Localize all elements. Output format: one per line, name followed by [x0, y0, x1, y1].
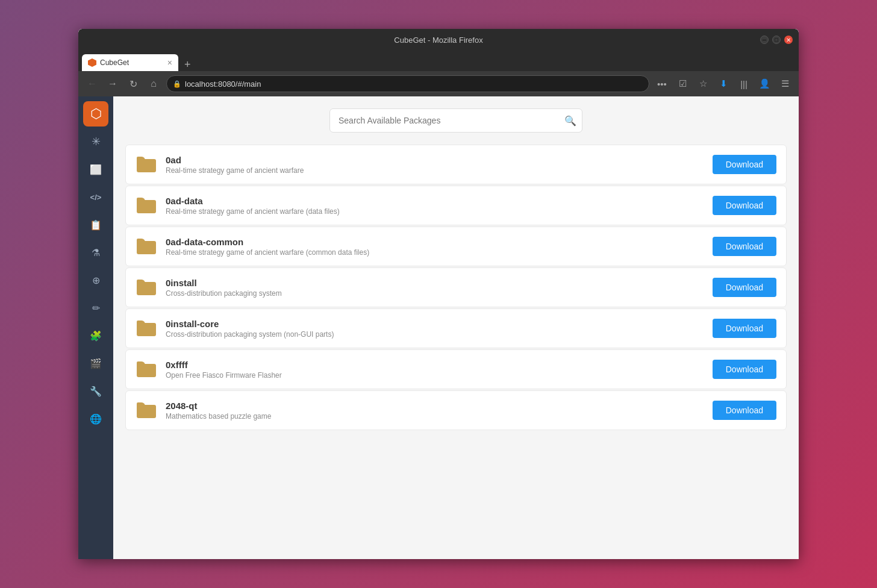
sidebar-item-home[interactable]: ⬡: [83, 101, 108, 127]
minimize-button[interactable]: ─: [760, 36, 769, 44]
download-button[interactable]: Download: [713, 237, 776, 256]
pocket-button[interactable]: ☑: [675, 76, 690, 92]
sidebar-item-media[interactable]: 🎬: [83, 351, 108, 376]
new-tab-button[interactable]: +: [181, 58, 195, 71]
download-button[interactable]: Download: [713, 401, 776, 420]
sidebar-item-computer[interactable]: ⬜: [83, 157, 108, 182]
maximize-button[interactable]: □: [772, 36, 781, 44]
tab-close-button[interactable]: ×: [167, 58, 172, 67]
list-item: 0ad-data-common Real-time strategy game …: [125, 227, 787, 266]
package-description: Real-time strategy game of ancient warfa…: [166, 166, 704, 175]
extensions-icon: 🧩: [90, 330, 102, 342]
list-item: 0install-core Cross-distribution packagi…: [125, 308, 787, 348]
sidebar-item-games[interactable]: ⊕: [83, 267, 108, 293]
package-name: 2048-qt: [166, 401, 704, 411]
package-icon: [136, 399, 157, 421]
package-name: 0install: [166, 278, 704, 288]
back-button[interactable]: ←: [84, 76, 100, 92]
home-hex-icon: ⬡: [90, 106, 102, 122]
package-name: 0ad: [166, 155, 704, 165]
package-info: 0ad-data-common Real-time strategy game …: [166, 237, 704, 257]
package-description: Cross-distribution packaging system (non…: [166, 330, 704, 339]
search-input[interactable]: [329, 108, 582, 133]
home-button[interactable]: ⌂: [146, 76, 161, 92]
list-item: 0install Cross-distribution packaging sy…: [125, 267, 787, 307]
sidebar-item-clipboard[interactable]: 📋: [83, 212, 108, 237]
app-container: ⬡ ✳ ⬜ </> 📋 ⚗ ⊕: [78, 96, 799, 559]
package-icon: [136, 154, 157, 175]
address-bar[interactable]: 🔒 localhost:8080/#/main: [166, 75, 649, 92]
toolbar-right: ••• ☑ ☆ ⬇ ||| 👤 ☰: [654, 76, 793, 92]
browser-tab[interactable]: CubeGet ×: [82, 54, 178, 71]
browser-toolbar: ← → ↻ ⌂ 🔒 localhost:8080/#/main ••• ☑ ☆ …: [78, 71, 799, 96]
package-info: 0xffff Open Free Fiasco Firmware Flasher: [166, 360, 704, 380]
download-button[interactable]: Download: [713, 319, 776, 338]
package-description: Real-time strategy game of ancient warfa…: [166, 207, 704, 216]
tab-label: CubeGet: [100, 58, 129, 67]
plugins-icon: ✳: [92, 135, 101, 148]
download-button[interactable]: Download: [713, 360, 776, 379]
search-bar-wrapper: 🔍: [125, 108, 787, 133]
internet-icon: 🌐: [90, 413, 102, 425]
search-wrapper: 🔍: [329, 108, 582, 133]
forward-button[interactable]: →: [105, 76, 120, 92]
sidebar-item-internet[interactable]: 🌐: [83, 406, 108, 431]
lock-icon: 🔒: [173, 80, 181, 88]
settings-icon: 🔧: [90, 386, 102, 397]
package-info: 0ad-data Real-time strategy game of anci…: [166, 196, 704, 216]
sidebar-item-code[interactable]: </>: [83, 184, 108, 210]
download-button[interactable]: Download: [713, 155, 776, 174]
package-icon: [136, 195, 157, 216]
tabs-bar: CubeGet × +: [78, 51, 799, 71]
package-icon: [136, 277, 157, 298]
package-icon: [136, 317, 157, 339]
download-button[interactable]: Download: [713, 196, 776, 215]
sidebar-item-plugins[interactable]: ✳: [83, 129, 108, 154]
sidebar: ⬡ ✳ ⬜ </> 📋 ⚗ ⊕: [78, 96, 113, 559]
package-name: 0xffff: [166, 360, 704, 370]
games-icon: ⊕: [92, 275, 100, 286]
package-icon: [136, 236, 157, 257]
sidebar-item-science[interactable]: ⚗: [83, 240, 108, 265]
sidebar-item-extensions[interactable]: 🧩: [83, 323, 108, 348]
browser-title: CubeGet - Mozilla Firefox: [394, 36, 482, 45]
media-icon: 🎬: [90, 358, 102, 369]
package-info: 0ad Real-time strategy game of ancient w…: [166, 155, 704, 175]
computer-icon: ⬜: [90, 164, 102, 175]
window-controls: ─ □ ✕: [760, 36, 793, 44]
package-name: 0ad-data-common: [166, 237, 704, 247]
package-name: 0install-core: [166, 319, 704, 329]
main-content: 🔍 0ad Real-time strategy game of ancient…: [113, 96, 799, 559]
sync-button[interactable]: 👤: [757, 76, 772, 92]
package-info: 0install-core Cross-distribution packagi…: [166, 319, 704, 339]
code-icon: </>: [90, 193, 102, 202]
browser-content: ⬡ ✳ ⬜ </> 📋 ⚗ ⊕: [78, 96, 799, 559]
package-info: 2048-qt Mathematics based puzzle game: [166, 401, 704, 421]
download-button[interactable]: Download: [713, 278, 776, 297]
library-button[interactable]: |||: [736, 76, 752, 92]
packages-list: 0ad Real-time strategy game of ancient w…: [125, 145, 787, 430]
download-manager-icon[interactable]: ⬇: [716, 76, 731, 92]
sidebar-item-draw[interactable]: ✏: [83, 295, 108, 321]
reload-button[interactable]: ↻: [125, 76, 141, 92]
package-description: Open Free Fiasco Firmware Flasher: [166, 371, 704, 380]
package-name: 0ad-data: [166, 196, 704, 206]
package-description: Real-time strategy game of ancient warfa…: [166, 248, 704, 257]
draw-icon: ✏: [92, 302, 100, 314]
sidebar-item-settings[interactable]: 🔧: [83, 378, 108, 404]
menu-button[interactable]: ☰: [777, 76, 793, 92]
science-icon: ⚗: [92, 247, 100, 258]
list-item: 0xffff Open Free Fiasco Firmware Flasher…: [125, 349, 787, 389]
list-item: 0ad-data Real-time strategy game of anci…: [125, 186, 787, 225]
tab-favicon: [88, 58, 96, 67]
browser-titlebar: CubeGet - Mozilla Firefox ─ □ ✕: [78, 29, 799, 51]
package-description: Mathematics based puzzle game: [166, 412, 704, 421]
close-button[interactable]: ✕: [784, 36, 793, 44]
browser-window: CubeGet - Mozilla Firefox ─ □ ✕ CubeGet …: [78, 29, 799, 559]
list-item: 0ad Real-time strategy game of ancient w…: [125, 145, 787, 184]
list-item: 2048-qt Mathematics based puzzle game Do…: [125, 390, 787, 430]
more-button[interactable]: •••: [654, 76, 670, 92]
bookmark-button[interactable]: ☆: [695, 76, 711, 92]
package-info: 0install Cross-distribution packaging sy…: [166, 278, 704, 298]
address-text: localhost:8080/#/main: [185, 80, 261, 89]
